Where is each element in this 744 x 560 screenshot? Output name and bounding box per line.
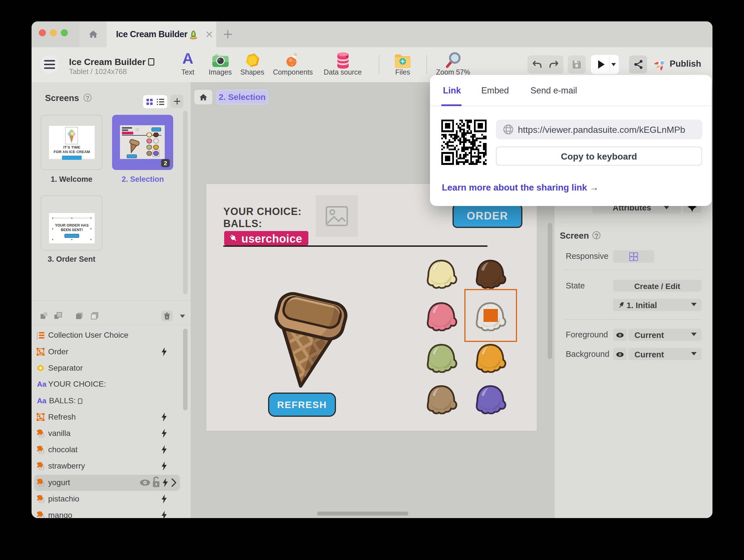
svg-text:3: 3 [37, 337, 38, 339]
svg-text:2: 2 [37, 334, 38, 337]
svg-text:A: A [183, 51, 193, 65]
svg-text:1: 1 [37, 332, 38, 334]
